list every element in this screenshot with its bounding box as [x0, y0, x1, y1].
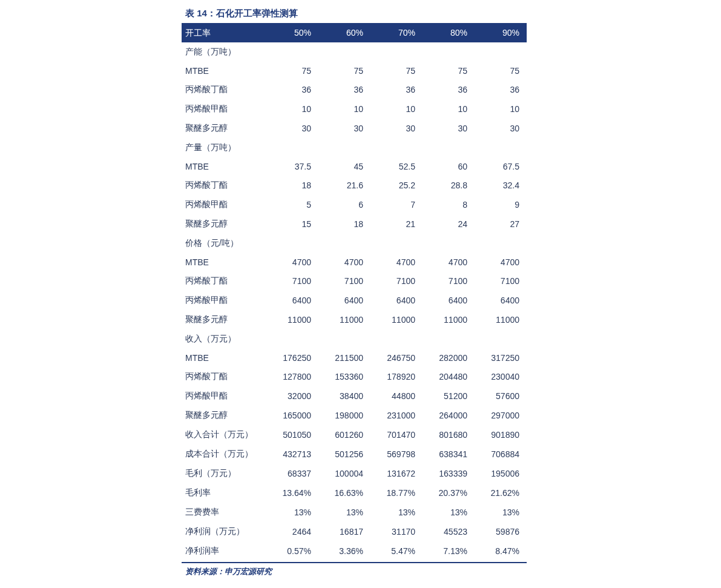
row-value: 8 — [423, 196, 475, 214]
row-value: 901890 — [475, 426, 527, 444]
row-value: 2464 — [266, 523, 318, 541]
row-value: 11000 — [370, 311, 423, 329]
row-value: 432713 — [266, 445, 318, 463]
row-value: 30 — [266, 119, 318, 137]
row-label: 价格（元/吨） — [182, 234, 266, 253]
table-row: 聚醚多元醇3030303030 — [182, 119, 527, 138]
row-value: 21.62% — [475, 484, 527, 502]
table-row: 聚醚多元醇1100011000110001100011000 — [182, 310, 527, 329]
row-value: 44800 — [370, 387, 423, 405]
row-value: 25.2 — [370, 176, 423, 194]
row-value — [423, 48, 475, 56]
header-col-1: 60% — [318, 24, 370, 42]
row-value: 638341 — [423, 445, 475, 463]
row-value: 10 — [266, 100, 318, 118]
table-row: MTBE176250211500246750282000317250 — [182, 349, 527, 367]
row-value: 153360 — [318, 368, 370, 386]
row-value: 198000 — [318, 406, 370, 424]
table-row: 聚醚多元醇1518212427 — [182, 214, 527, 234]
row-label: 聚醚多元醇 — [182, 214, 266, 234]
table-row: MTBE37.54552.56067.5 — [182, 157, 527, 176]
row-value: 18 — [318, 215, 370, 233]
table-row: 收入（万元） — [182, 329, 527, 349]
row-value: 57600 — [475, 387, 527, 405]
row-label: 丙烯酸丁酯 — [182, 271, 266, 291]
row-value: 231000 — [370, 406, 423, 424]
row-value: 13% — [475, 503, 527, 521]
row-value: 6400 — [370, 291, 423, 309]
row-value: 5 — [266, 196, 318, 214]
table-row: 丙烯酸甲酯1010101010 — [182, 99, 527, 119]
row-value — [318, 239, 370, 248]
row-value: 68337 — [266, 464, 318, 483]
row-label: 毛利率 — [182, 483, 266, 503]
row-value: 4700 — [475, 253, 527, 271]
row-value: 13% — [370, 503, 423, 521]
row-label: 产量（万吨） — [182, 138, 266, 157]
row-value: 297000 — [475, 406, 527, 424]
table-row: 丙烯酸丁酯1821.625.228.832.4 — [182, 176, 527, 195]
table-row: 毛利（万元）68337100004131672163339195006 — [182, 464, 527, 483]
table-header-row: 开工率 50% 60% 70% 80% 90% — [182, 24, 527, 42]
row-value: 6400 — [318, 291, 370, 309]
table-source: 资料来源：申万宏源研究 — [182, 562, 527, 577]
row-label: 净利润率 — [182, 541, 266, 561]
row-label: 丙烯酸甲酯 — [182, 99, 266, 119]
row-label: 聚醚多元醇 — [182, 406, 266, 425]
row-value: 264000 — [423, 406, 475, 424]
row-label: 丙烯酸丁酯 — [182, 176, 266, 195]
row-value: 13% — [423, 503, 475, 521]
row-value: 178920 — [370, 368, 423, 386]
row-value: 11000 — [266, 311, 318, 329]
row-value: 13.64% — [266, 484, 318, 502]
row-value: 20.37% — [423, 484, 475, 502]
row-value: 31170 — [370, 523, 423, 541]
table-title: 表 14：石化开工率弹性测算 — [182, 5, 527, 24]
row-value: 195006 — [475, 464, 527, 483]
row-label: 丙烯酸丁酯 — [182, 80, 266, 99]
row-value: 16.63% — [318, 484, 370, 502]
row-value — [423, 239, 475, 248]
row-value: 36 — [266, 81, 318, 99]
row-value: 282000 — [423, 349, 475, 367]
row-value: 10 — [318, 100, 370, 118]
row-label: MTBE — [182, 253, 266, 271]
row-value: 10 — [423, 100, 475, 118]
row-value: 501050 — [266, 426, 318, 444]
table-row: 丙烯酸丁酯3636363636 — [182, 80, 527, 99]
row-value: 32000 — [266, 387, 318, 405]
row-value: 801680 — [423, 426, 475, 444]
row-value: 163339 — [423, 464, 475, 483]
row-value: 7.13% — [423, 542, 475, 560]
row-value: 60 — [423, 157, 475, 176]
row-value: 11000 — [318, 311, 370, 329]
row-value: 211500 — [318, 349, 370, 367]
row-value: 37.5 — [266, 157, 318, 176]
row-value: 75 — [370, 62, 423, 80]
row-value: 7100 — [423, 272, 475, 290]
header-col-0: 50% — [266, 24, 318, 42]
row-value: 36 — [318, 81, 370, 99]
table-row: 净利润（万元）246416817311704552359876 — [182, 522, 527, 541]
row-value: 67.5 — [475, 157, 527, 176]
row-value: 7100 — [475, 272, 527, 290]
row-value — [370, 144, 423, 152]
header-label: 开工率 — [182, 24, 266, 42]
row-label: 丙烯酸丁酯 — [182, 367, 266, 386]
row-value: 30 — [318, 119, 370, 137]
row-value — [266, 48, 318, 56]
row-label: 毛利（万元） — [182, 464, 266, 483]
row-label: 三费费率 — [182, 503, 266, 522]
header-col-4: 90% — [475, 24, 527, 42]
data-table: 表 14：石化开工率弹性测算 开工率 50% 60% 70% 80% 90% 产… — [182, 5, 527, 577]
row-value — [423, 335, 475, 343]
row-value: 176250 — [266, 349, 318, 367]
row-value: 9 — [475, 196, 527, 214]
row-label: 净利润（万元） — [182, 522, 266, 541]
header-col-2: 70% — [370, 24, 423, 42]
row-value: 6400 — [423, 291, 475, 309]
table-row: 丙烯酸丁酯127800153360178920204480230040 — [182, 367, 527, 386]
row-value: 75 — [475, 62, 527, 80]
table-row: 产能（万吨） — [182, 42, 527, 62]
row-value: 131672 — [370, 464, 423, 483]
